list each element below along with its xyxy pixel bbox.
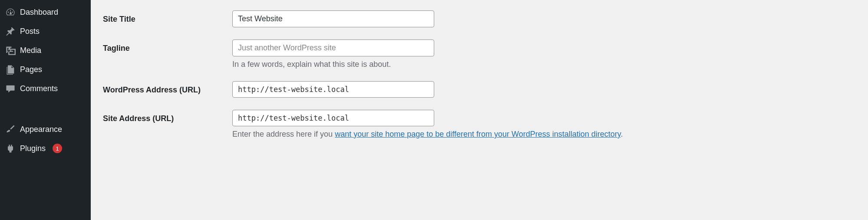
sidebar-item-posts[interactable]: Posts <box>0 22 91 41</box>
sidebar-item-label: Media <box>20 46 41 55</box>
sidebar-item-comments[interactable]: Comments <box>0 79 91 98</box>
sidebar-item-label: Dashboard <box>20 8 58 17</box>
form-row-wp-address: WordPress Address (URL) <box>103 81 856 98</box>
comments-icon <box>5 83 16 94</box>
sidebar-item-dashboard[interactable]: Dashboard <box>0 3 91 22</box>
pin-icon <box>5 26 16 36</box>
site-address-help-link[interactable]: want your site home page to be different… <box>335 130 620 138</box>
sidebar-item-media[interactable]: Media <box>0 41 91 60</box>
sidebar-item-label: Pages <box>20 65 42 74</box>
sidebar-item-plugins[interactable]: Plugins 1 <box>0 139 91 158</box>
form-row-tagline: Tagline In a few words, explain what thi… <box>103 39 856 69</box>
form-row-site-address: Site Address (URL) Enter the address her… <box>103 110 856 139</box>
plug-icon <box>5 143 16 154</box>
sidebar-item-pages[interactable]: Pages <box>0 60 91 79</box>
tagline-input[interactable] <box>232 39 434 56</box>
sidebar-item-label: Posts <box>20 27 40 36</box>
sidebar-item-label: Plugins <box>20 144 46 153</box>
brush-icon <box>5 124 16 135</box>
site-address-description: Enter the address here if you want your … <box>232 130 856 139</box>
sidebar-item-appearance[interactable]: Appearance <box>0 120 91 139</box>
sidebar-item-label: Comments <box>20 84 58 93</box>
tagline-label: Tagline <box>103 39 232 53</box>
description-suffix: . <box>620 130 623 138</box>
media-icon <box>5 45 16 56</box>
site-title-label: Site Title <box>103 10 232 24</box>
wp-address-label: WordPress Address (URL) <box>103 81 232 95</box>
admin-sidebar: Dashboard Posts Media Pages Comments App… <box>0 0 91 220</box>
sidebar-separator <box>0 98 91 120</box>
description-prefix: Enter the address here if you <box>232 130 335 138</box>
sidebar-item-label: Appearance <box>20 125 62 134</box>
settings-form: Site Title Tagline In a few words, expla… <box>91 0 868 220</box>
wp-address-input[interactable] <box>232 81 434 98</box>
tagline-description: In a few words, explain what this site i… <box>232 60 856 69</box>
pages-icon <box>5 64 16 75</box>
dashboard-icon <box>5 7 16 17</box>
site-title-input[interactable] <box>232 10 434 27</box>
site-address-label: Site Address (URL) <box>103 110 232 123</box>
form-row-site-title: Site Title <box>103 10 856 27</box>
plugins-update-badge: 1 <box>53 144 62 153</box>
site-address-input[interactable] <box>232 110 434 126</box>
